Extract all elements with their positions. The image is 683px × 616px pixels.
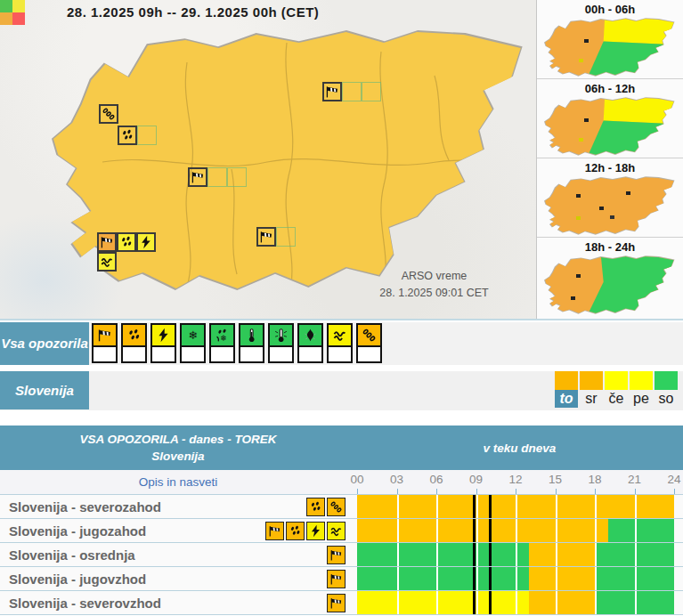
- filter-rain[interactable]: [121, 323, 147, 363]
- wind-icon: [265, 522, 284, 540]
- thermo-low-icon: [270, 325, 292, 347]
- slovenia-map-shape: [53, 27, 525, 294]
- timeline: [357, 591, 674, 614]
- day-tab-če[interactable]: če: [605, 371, 628, 408]
- grid-line: [436, 495, 438, 518]
- grid-line: [476, 591, 478, 614]
- warning-type-tiles: ❄❄: [92, 323, 382, 363]
- grid-line: [595, 591, 597, 614]
- period-label: 00h - 06h: [537, 0, 683, 16]
- map-attribution: ARSO vreme 28. 1.2025 09:01 CET: [338, 268, 530, 302]
- grid-line: [516, 519, 517, 542]
- region-label: Slovenija - osrednja: [0, 547, 135, 563]
- fire-icon: [299, 325, 321, 347]
- now-line: [473, 495, 476, 518]
- wind-icon: [259, 230, 273, 244]
- map-warning-wind[interactable]: [188, 167, 207, 187]
- grid-line: [595, 495, 597, 518]
- now-line: [473, 567, 476, 590]
- day-tab-sr[interactable]: sr: [580, 371, 603, 408]
- filter-thermo-low[interactable]: [268, 323, 294, 363]
- filter-sleet[interactable]: ❄: [209, 323, 235, 363]
- day-severity-color: [655, 371, 678, 390]
- ghost-cell: [342, 82, 362, 101]
- table-row[interactable]: Slovenija - jugovzhod: [0, 567, 683, 591]
- timeline-segment: [529, 591, 595, 614]
- map-warning-wind[interactable]: [256, 227, 276, 247]
- day-tab-pe[interactable]: pe: [630, 371, 653, 408]
- period-panel-1[interactable]: 00h - 06h: [537, 0, 683, 79]
- grid-line: [397, 591, 399, 614]
- lightning-icon: [139, 235, 153, 249]
- day-tab-so[interactable]: so: [655, 371, 678, 408]
- map-section: 28. 1.2025 09h -- 29. 1.2025 00h (CET): [0, 0, 683, 320]
- timeline: [357, 495, 674, 518]
- now-line: [489, 519, 492, 542]
- period-column: 00h - 06h06h - 12h12h - 18h18h - 24h: [536, 0, 683, 319]
- map-warning-lightning[interactable]: [136, 232, 156, 252]
- day-label: so: [655, 390, 678, 408]
- day-severity-color: [555, 371, 578, 390]
- mini-warning-mark: [576, 216, 581, 220]
- filter-chain[interactable]: [356, 323, 382, 363]
- map-warning-wind[interactable]: [97, 232, 117, 252]
- day-severity-color: [630, 371, 653, 390]
- timeline-segment: [357, 591, 529, 614]
- table-header: VSA OPOZORILA - danes - TOREK Slovenija …: [0, 426, 683, 470]
- ghost-cell: [227, 167, 247, 187]
- attribution-timestamp: 28. 1.2025 09:01 CET: [338, 285, 530, 302]
- hour-label: 12: [502, 473, 529, 486]
- region-name-label: Slovenija: [0, 371, 89, 409]
- severity-legend: [0, 0, 25, 25]
- mini-warning-mark: [599, 207, 604, 210]
- table-row[interactable]: Slovenija - severozahod: [0, 495, 683, 519]
- period-panel-3[interactable]: 12h - 18h: [537, 158, 683, 238]
- day-tab-to[interactable]: to: [555, 371, 578, 408]
- day-severity-color: [580, 371, 603, 390]
- chain-icon: [327, 498, 346, 516]
- filter-fire[interactable]: [297, 323, 323, 363]
- filter-wind[interactable]: [92, 323, 118, 363]
- legend-red: [12, 12, 25, 25]
- timeline: [357, 519, 674, 542]
- mini-warning-mark: [626, 191, 630, 195]
- chain-icon: [102, 107, 116, 121]
- mini-warning-mark: [576, 274, 581, 278]
- grid-line: [595, 567, 597, 590]
- table-row[interactable]: Slovenija - osrednja: [0, 543, 683, 567]
- desc-header[interactable]: Opis in nasveti: [0, 470, 356, 494]
- grid-line: [635, 567, 637, 590]
- grid-line: [436, 543, 438, 566]
- wind-icon: [327, 546, 346, 564]
- now-line: [489, 567, 492, 590]
- table-row[interactable]: Slovenija - jugozahod: [0, 519, 683, 543]
- snow-icon: ❄: [182, 325, 204, 347]
- timeline-segment: [608, 519, 674, 542]
- legend-yellow: [12, 0, 25, 12]
- table-row[interactable]: Slovenija - severovzhod: [0, 591, 683, 615]
- warnings-table: VSA OPOZORILA - danes - TOREK Slovenija …: [0, 426, 683, 615]
- map-warning-wind[interactable]: [322, 82, 342, 101]
- mini-warning-mark: [579, 138, 583, 142]
- grid-line: [635, 543, 637, 566]
- hour-label: 18: [581, 473, 608, 486]
- mini-map: [545, 255, 675, 314]
- filter-thermo-high[interactable]: [239, 323, 264, 363]
- wind-icon: [100, 235, 114, 249]
- filter-snow[interactable]: ❄: [180, 323, 206, 363]
- region-label: Slovenija - jugozahod: [0, 523, 146, 539]
- wind-icon: [325, 85, 339, 99]
- region-label: Slovenija - jugovzhod: [0, 571, 146, 587]
- map-warning-rain[interactable]: [118, 126, 137, 145]
- timeline-segment: [529, 543, 595, 566]
- timeline-segment: [529, 567, 595, 590]
- period-panel-4[interactable]: 18h - 24h: [537, 238, 683, 317]
- filter-waves[interactable]: [327, 323, 353, 363]
- filter-lightning[interactable]: [150, 323, 176, 363]
- map-warning-waves[interactable]: [97, 252, 117, 272]
- map-warning-rain[interactable]: [117, 232, 136, 252]
- map-warning-chain[interactable]: [99, 104, 118, 124]
- timeline: [357, 543, 674, 566]
- lightning-icon: [306, 522, 325, 540]
- period-panel-2[interactable]: 06h - 12h: [537, 79, 683, 158]
